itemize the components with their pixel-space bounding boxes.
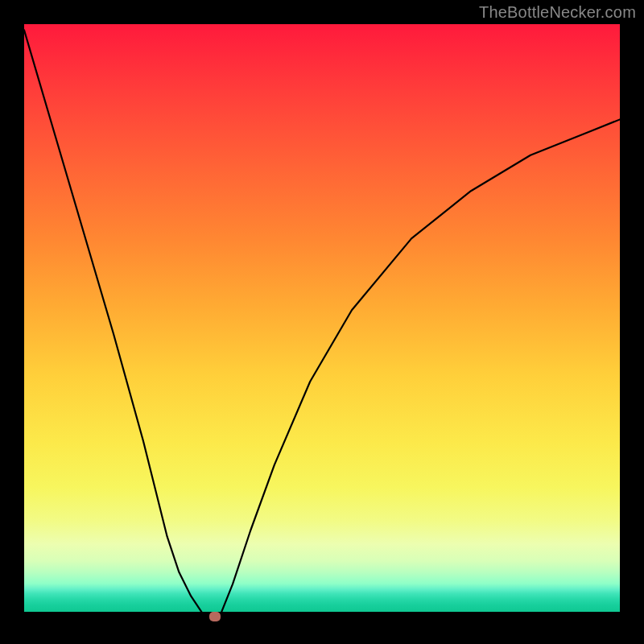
chart-stage: TheBottleNecker.com bbox=[0, 0, 644, 644]
watermark-text: TheBottleNecker.com bbox=[479, 3, 636, 22]
gradient-main bbox=[24, 24, 620, 589]
gradient-green-band bbox=[24, 589, 620, 612]
optimal-marker bbox=[209, 612, 221, 621]
plot-frame bbox=[24, 24, 620, 620]
plot-area bbox=[24, 24, 620, 620]
